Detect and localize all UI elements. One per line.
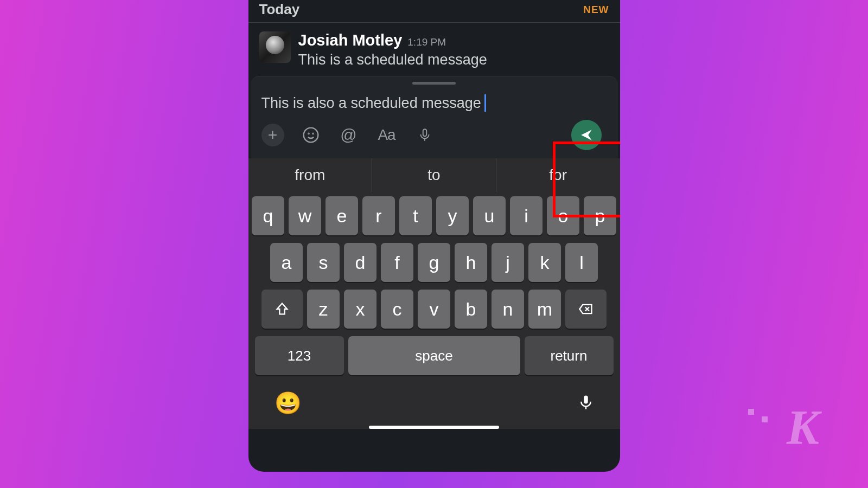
key-u[interactable]: u xyxy=(473,196,506,235)
key-n[interactable]: n xyxy=(492,290,524,329)
at-icon: @ xyxy=(340,126,356,144)
shift-icon xyxy=(275,301,290,317)
key-m[interactable]: m xyxy=(528,290,561,329)
compose-draft-text: This is also a scheduled message xyxy=(261,95,481,112)
key-z[interactable]: z xyxy=(307,290,340,329)
emoji-button[interactable] xyxy=(299,124,322,146)
svg-rect-3 xyxy=(423,129,426,136)
send-icon xyxy=(579,128,593,142)
message-row[interactable]: Josiah Motley 1:19 PM This is a schedule… xyxy=(248,29,620,76)
aa-icon: Aa xyxy=(378,126,395,144)
suggestion-1[interactable]: from xyxy=(248,158,373,192)
suggestion-3[interactable]: for xyxy=(496,158,620,192)
svg-point-1 xyxy=(308,133,309,134)
key-123[interactable]: 123 xyxy=(255,336,344,375)
key-c[interactable]: c xyxy=(381,290,413,329)
avatar[interactable] xyxy=(259,31,291,63)
compose-toolbar: + @ Aa xyxy=(251,112,618,158)
key-backspace[interactable] xyxy=(565,290,607,329)
keyboard-dictation-button[interactable] xyxy=(578,391,594,415)
watermark-dots xyxy=(748,409,768,415)
message-username[interactable]: Josiah Motley xyxy=(298,31,403,49)
composer: This is also a scheduled message + @ xyxy=(251,76,618,158)
message-text: This is a scheduled message xyxy=(298,52,609,68)
key-b[interactable]: b xyxy=(455,290,487,329)
key-o[interactable]: o xyxy=(547,196,579,235)
key-g[interactable]: g xyxy=(418,243,450,282)
key-t[interactable]: t xyxy=(399,196,432,235)
keyboard: from to for q w e r t y u i o p a s d f xyxy=(248,158,620,429)
key-return[interactable]: return xyxy=(525,336,614,375)
smile-icon xyxy=(302,126,320,144)
key-y[interactable]: y xyxy=(436,196,469,235)
key-s[interactable]: s xyxy=(307,243,340,282)
key-row-2: a s d f g h j k l xyxy=(252,243,617,282)
key-a[interactable]: a xyxy=(270,243,303,282)
microphone-icon xyxy=(418,126,432,144)
key-l[interactable]: l xyxy=(565,243,598,282)
key-shift[interactable] xyxy=(261,290,303,329)
key-q[interactable]: q xyxy=(252,196,284,235)
key-e[interactable]: e xyxy=(326,196,358,235)
key-k[interactable]: k xyxy=(528,243,561,282)
key-r[interactable]: r xyxy=(362,196,395,235)
key-v[interactable]: v xyxy=(418,290,450,329)
backspace-icon xyxy=(577,301,595,317)
key-d[interactable]: d xyxy=(344,243,376,282)
key-f[interactable]: f xyxy=(381,243,413,282)
key-w[interactable]: w xyxy=(289,196,321,235)
keyboard-footer: 😀 xyxy=(248,375,620,421)
phone-screen: Today NEW Josiah Motley 1:19 PM This is … xyxy=(248,0,620,472)
key-row-1: q w e r t y u i o p xyxy=(252,196,617,235)
key-p[interactable]: p xyxy=(584,196,616,235)
key-row-4: 123 space return xyxy=(252,336,617,375)
keyboard-emoji-button[interactable]: 😀 xyxy=(275,390,302,416)
formatting-button[interactable]: Aa xyxy=(375,124,398,146)
divider xyxy=(248,22,620,23)
key-x[interactable]: x xyxy=(344,290,376,329)
voice-message-button[interactable] xyxy=(413,124,436,146)
svg-rect-4 xyxy=(584,395,588,403)
key-row-3: z x c v b n m xyxy=(252,290,617,329)
compose-input[interactable]: This is also a scheduled message xyxy=(251,94,618,112)
key-j[interactable]: j xyxy=(492,243,524,282)
key-h[interactable]: h xyxy=(455,243,487,282)
date-header: Today NEW xyxy=(248,0,620,22)
svg-point-2 xyxy=(312,133,313,134)
message-content: Josiah Motley 1:19 PM This is a schedule… xyxy=(298,31,609,68)
microphone-icon xyxy=(578,391,594,413)
plus-icon: + xyxy=(268,126,278,144)
drag-handle[interactable] xyxy=(412,82,456,85)
date-label: Today xyxy=(259,1,300,18)
message-timestamp: 1:19 PM xyxy=(407,36,446,48)
key-i[interactable]: i xyxy=(510,196,542,235)
new-badge: NEW xyxy=(583,4,609,16)
svg-point-0 xyxy=(303,128,318,143)
mention-button[interactable]: @ xyxy=(337,124,360,146)
key-space[interactable]: space xyxy=(348,336,520,375)
home-indicator[interactable] xyxy=(369,426,499,429)
send-button[interactable] xyxy=(571,120,602,150)
attach-plus-button[interactable]: + xyxy=(261,124,284,146)
composer-area: This is also a scheduled message + @ xyxy=(248,76,620,158)
watermark-logo: K xyxy=(787,400,819,455)
suggestion-row: from to for xyxy=(248,158,620,192)
suggestion-2[interactable]: to xyxy=(372,158,496,192)
text-cursor xyxy=(484,94,486,112)
